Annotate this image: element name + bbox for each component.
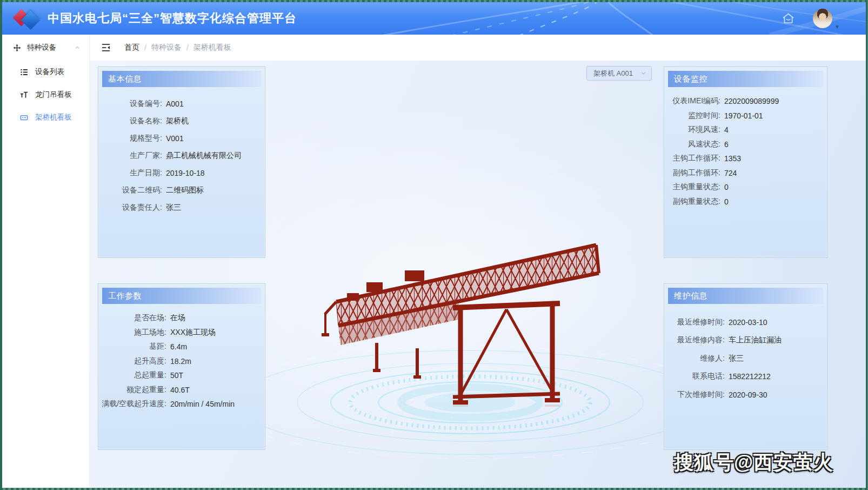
field-label: 设备编号:	[98, 99, 162, 109]
field-value: 1582212212	[729, 372, 771, 381]
bridge-machine	[322, 245, 599, 405]
bridge-machine-3d-view	[317, 222, 603, 423]
field-label: 基距:	[98, 342, 166, 352]
info-row: 设备名称:架桥机	[98, 112, 265, 130]
header-actions: ▼	[781, 8, 855, 30]
field-value: 6.4m	[170, 342, 187, 351]
field-label: 下次维修时间:	[664, 390, 725, 400]
panel-title: 维护信息	[668, 288, 823, 304]
info-row: 维修人:张三	[664, 349, 827, 368]
info-row: 最近维修内容:车上压油缸漏油	[664, 332, 827, 350]
panel-basic-info: 基本信息 设备编号:A001 设备名称:架桥机 规格型号:V001 生产厂家:鼎…	[98, 67, 265, 258]
info-row: 生产日期:2019-10-18	[98, 164, 265, 182]
breadcrumb: 首页 / 特种设备 / 架桥机看板	[124, 43, 231, 52]
panel-work-params: 工作参数 是否在场:在场 施工场地:XXX施工现场 基距:6.4m 起升高度:1…	[98, 283, 265, 450]
field-value: 张三	[729, 354, 744, 363]
field-label: 风速状态:	[664, 140, 720, 149]
field-label: 主钩重量状态:	[664, 182, 720, 192]
field-value: A001	[166, 100, 184, 108]
device-selector-value: 架桥机 A001	[593, 69, 640, 78]
info-row: 规格型号:V001	[98, 130, 265, 147]
app-window: 中国水电七局“三全”智慧数字化综合管理平台 ▼ 特种设	[2, 2, 866, 488]
field-label: 满载/空载起升速度:	[98, 399, 166, 409]
panel-title: 工作参数	[102, 288, 261, 304]
home-icon[interactable]	[781, 12, 796, 25]
device-selector[interactable]: 架桥机 A001	[586, 66, 652, 81]
info-row: 施工场地:XXX施工现场	[98, 326, 265, 340]
field-value: 在场	[170, 313, 185, 323]
info-row: 监控时间:1970-01-01	[664, 109, 827, 123]
sidebar: 特种设备 设备列表	[2, 35, 90, 488]
field-label: 额定起重量:	[98, 385, 166, 395]
field-value: 50T	[170, 371, 183, 380]
field-label: 设备名称:	[98, 116, 162, 126]
field-value: 1970-01-01	[724, 111, 763, 120]
field-value: 2202009089999	[724, 97, 779, 105]
avatar[interactable]	[813, 9, 832, 28]
list-icon	[20, 68, 28, 76]
tech-rings-decoration	[216, 346, 724, 459]
field-label: 起升高度:	[98, 356, 166, 366]
breadcrumb-bar: 首页 / 特种设备 / 架桥机看板	[90, 35, 866, 61]
field-label: 仪表IMEI编码:	[664, 96, 720, 106]
sidebar-item-device-list[interactable]: 设备列表	[2, 61, 89, 83]
field-label: 监控时间:	[664, 111, 720, 121]
breadcrumb-item-current: 架桥机看板	[193, 43, 231, 52]
breadcrumb-separator: /	[186, 43, 189, 52]
field-value: 鼎工机械机械有限公司	[166, 151, 242, 161]
info-row: 下次维修时间:2020-09-30	[664, 386, 827, 404]
panel-title: 设备监控	[668, 71, 823, 87]
field-label: 主钩工作循环:	[664, 154, 720, 163]
info-row: 最近维修时间:2020-03-10	[664, 313, 827, 332]
info-row: 设备编号:A001	[98, 95, 265, 112]
info-row: 基距:6.4m	[98, 340, 265, 354]
screen-frame: 中国水电七局“三全”智慧数字化综合管理平台 ▼ 特种设	[0, 0, 868, 490]
chevron-up-icon	[74, 44, 81, 51]
sidebar-item-label: 架桥机看板	[35, 112, 72, 122]
info-row: 仪表IMEI编码:2202009089999	[664, 94, 827, 109]
field-value: 6	[724, 140, 729, 149]
menu-fold-icon[interactable]	[101, 42, 111, 53]
field-value: 0	[724, 183, 729, 191]
info-row: 副钩工作循环:724	[664, 166, 827, 181]
info-row: 主钩工作循环:1353	[664, 151, 827, 166]
field-value: 40.6T	[170, 386, 190, 394]
breadcrumb-separator: /	[144, 43, 146, 52]
field-value: 724	[724, 169, 737, 177]
sidebar-item-label: 设备列表	[35, 67, 64, 77]
field-label: 副钩重量状态:	[664, 197, 720, 207]
field-label: 设备二维码:	[98, 186, 162, 195]
field-label: 生产日期:	[98, 168, 162, 178]
sidebar-item-gantry-board[interactable]: 龙门吊看板	[2, 83, 89, 106]
field-value: XXX施工现场	[170, 328, 216, 337]
sidebar-item-bridge-machine-board[interactable]: 架桥机看板	[2, 106, 89, 129]
breadcrumb-item-special-equipment[interactable]: 特种设备	[151, 43, 182, 52]
info-row: 主钩重量状态:0	[664, 180, 827, 195]
chevron-down-icon	[640, 70, 646, 76]
panel-maintenance-info: 维护信息 最近维修时间:2020-03-10 最近维修内容:车上压油缸漏油 维修…	[664, 283, 827, 450]
breadcrumb-item-home[interactable]: 首页	[124, 43, 139, 52]
info-row: 副钩重量状态:0	[664, 195, 827, 209]
sidebar-group-special-equipment[interactable]: 特种设备	[2, 35, 89, 61]
panel-device-monitor: 设备监控 仪表IMEI编码:2202009089999 监控时间:1970-01…	[664, 67, 827, 258]
field-value: 20m/min / 45m/min	[170, 400, 235, 408]
app-logo-icon	[13, 6, 39, 30]
info-row: 满载/空载起升速度:20m/min / 45m/min	[98, 397, 265, 412]
info-row: 设备责任人:张三	[98, 199, 265, 216]
field-label: 总起重量:	[98, 370, 166, 380]
field-value: 2020-09-30	[729, 390, 767, 399]
field-label: 是否在场:	[98, 313, 166, 323]
info-row: 生产厂家:鼎工机械机械有限公司	[98, 147, 265, 164]
field-label: 维修人:	[664, 354, 725, 363]
field-value: V001	[166, 134, 184, 143]
field-label: 施工场地:	[98, 328, 166, 337]
field-label: 规格型号:	[98, 134, 162, 143]
field-value: 0	[724, 197, 729, 206]
avatar-caret-down-icon[interactable]: ▼	[834, 24, 840, 30]
field-value: 18.2m	[170, 357, 191, 366]
main-content: 基本信息 设备编号:A001 设备名称:架桥机 规格型号:V001 生产厂家:鼎…	[90, 61, 866, 488]
field-label: 设备责任人:	[98, 203, 162, 213]
move-crosshair-icon	[13, 44, 21, 52]
info-row: 额定起重量:40.6T	[98, 383, 265, 398]
field-label: 副钩工作循环:	[664, 168, 720, 178]
